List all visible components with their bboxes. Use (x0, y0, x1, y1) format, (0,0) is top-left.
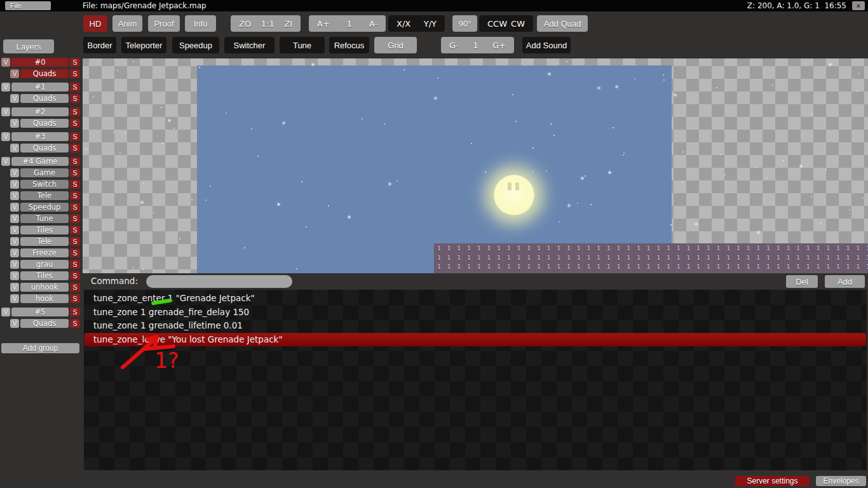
layer-visibility-toggle[interactable]: V (10, 119, 19, 128)
rotate-cw-button[interactable]: CW (511, 19, 525, 29)
group-visibility-toggle[interactable]: V (1, 132, 10, 141)
zoom-in-button[interactable]: ZI (284, 19, 292, 29)
teleporter-button[interactable]: Teleporter (121, 37, 166, 53)
group-item-label[interactable]: #1 (11, 83, 69, 92)
layer-item-label[interactable]: Quads (20, 94, 69, 103)
layer-visibility-toggle[interactable]: V (10, 94, 19, 103)
envelopes-tab-button[interactable]: Envelopes (816, 476, 866, 486)
layer-visibility-toggle[interactable]: V (10, 260, 19, 269)
speedup-button[interactable]: Speedup (172, 37, 219, 53)
layer-item-label[interactable]: Quads (20, 319, 69, 328)
map-canvas[interactable]: 1111111111111111111111111111111111111111… (83, 58, 868, 273)
layer-visibility-toggle[interactable]: V (10, 226, 19, 234)
layer-item-label[interactable]: Freeze (20, 248, 69, 257)
layer-s-button[interactable]: S (70, 214, 80, 223)
layer-visibility-toggle[interactable]: V (10, 319, 19, 328)
layer-item-label[interactable]: hook (20, 294, 69, 303)
layer-item-label[interactable]: Tiles (20, 226, 69, 234)
layer-visibility-toggle[interactable]: V (10, 214, 19, 223)
group-item-label[interactable]: #2 (11, 107, 69, 116)
layer-s-button[interactable]: S (70, 319, 80, 328)
rotate-ccw-button[interactable]: CCW (487, 19, 507, 29)
layer-item-label[interactable]: Game (20, 168, 69, 177)
command-row[interactable]: tune_zone_enter 1 "Grenade Jetpack" (85, 292, 866, 306)
command-input[interactable] (146, 275, 292, 288)
switcher-button[interactable]: Switcher (224, 37, 275, 53)
layer-s-button[interactable]: S (70, 248, 80, 257)
zoom-reset-button[interactable]: 1:1 (261, 19, 275, 29)
group-item-label[interactable]: #5 (11, 308, 69, 316)
layer-visibility-toggle[interactable]: V (10, 180, 19, 189)
border-button[interactable]: Border (83, 37, 116, 53)
group-item-label[interactable]: #4 Game (11, 157, 69, 166)
layers-panel-header[interactable]: Layers (3, 39, 54, 53)
anim-speed-increase-button[interactable]: A+ (317, 19, 330, 29)
layer-visibility-toggle[interactable]: V (10, 283, 19, 292)
rotate-90-button[interactable]: 90° (452, 15, 477, 32)
layer-item-label[interactable]: Speedup (20, 203, 69, 212)
grid-size-increase-button[interactable]: G+ (492, 41, 506, 50)
flip-x-button[interactable]: X/X (397, 19, 410, 29)
layer-visibility-toggle[interactable]: V (10, 144, 19, 152)
group-s-button[interactable]: S (70, 58, 80, 67)
add-sound-button[interactable]: Add Sound (522, 37, 571, 53)
layer-item-label[interactable]: Tiles (20, 271, 69, 280)
layer-s-button[interactable]: S (70, 180, 80, 189)
layer-item-label[interactable]: Tele (20, 237, 69, 246)
layer-s-button[interactable]: S (70, 203, 80, 212)
layer-visibility-toggle[interactable]: V (10, 294, 19, 303)
group-s-button[interactable]: S (70, 107, 80, 116)
layer-s-button[interactable]: S (70, 94, 80, 103)
layer-s-button[interactable]: S (70, 144, 80, 152)
layer-s-button[interactable]: S (70, 237, 80, 246)
layer-item-label[interactable]: Quads (20, 119, 69, 128)
refocus-button[interactable]: Refocus (329, 37, 369, 53)
layer-s-button[interactable]: S (70, 271, 80, 280)
add-command-button[interactable]: Add (825, 275, 865, 288)
layer-visibility-toggle[interactable]: V (10, 271, 19, 280)
group-visibility-toggle[interactable]: V (1, 83, 10, 92)
layer-visibility-toggle[interactable]: V (10, 203, 19, 212)
group-s-button[interactable]: S (70, 308, 80, 316)
layer-item-label[interactable]: Quads (20, 69, 69, 78)
layer-item-label[interactable]: Switch (20, 180, 69, 189)
grid-size-decrease-button[interactable]: G- (449, 41, 459, 50)
layer-s-button[interactable]: S (70, 294, 80, 303)
close-icon[interactable]: × (852, 1, 865, 10)
tune-button[interactable]: Tune (280, 37, 325, 53)
add-group-button[interactable]: Add group (1, 343, 79, 353)
layer-s-button[interactable]: S (70, 226, 80, 234)
group-item-label[interactable]: #3 (11, 132, 69, 141)
add-quad-button[interactable]: Add Quad (537, 15, 588, 32)
layer-s-button[interactable]: S (70, 119, 80, 128)
group-visibility-toggle[interactable]: V (1, 308, 10, 316)
anim-speed-decrease-button[interactable]: A- (369, 19, 377, 29)
layer-visibility-toggle[interactable]: V (10, 191, 19, 200)
proof-toggle-button[interactable]: Proof (148, 15, 180, 32)
grid-toggle-button[interactable]: Grid (374, 37, 417, 53)
group-item-label[interactable]: #0 (11, 58, 69, 67)
layer-visibility-toggle[interactable]: V (10, 248, 19, 257)
command-row[interactable]: tune_zone 1 grenade_fire_delay 150 (85, 306, 866, 320)
server-settings-tab-button[interactable]: Server settings (735, 476, 810, 486)
layer-s-button[interactable]: S (70, 191, 80, 200)
group-s-button[interactable]: S (70, 132, 80, 141)
zoom-out-button[interactable]: ZO (239, 19, 251, 29)
layer-visibility-toggle[interactable]: V (10, 168, 19, 177)
group-visibility-toggle[interactable]: V (1, 58, 10, 67)
anim-toggle-button[interactable]: Anim (112, 15, 142, 32)
group-visibility-toggle[interactable]: V (1, 157, 10, 166)
layer-s-button[interactable]: S (70, 283, 80, 292)
group-s-button[interactable]: S (70, 83, 80, 92)
layer-s-button[interactable]: S (70, 168, 80, 177)
layer-visibility-toggle[interactable]: V (10, 237, 19, 246)
layer-s-button[interactable]: S (70, 260, 80, 269)
layer-s-button[interactable]: S (70, 69, 80, 78)
group-s-button[interactable]: S (70, 157, 80, 166)
group-visibility-toggle[interactable]: V (1, 107, 10, 116)
hd-toggle-button[interactable]: HD (83, 15, 107, 32)
layer-item-label[interactable]: Tune (20, 214, 69, 223)
command-row[interactable]: tune_zone 1 grenade_lifetime 0.01 (85, 319, 866, 333)
delete-command-button[interactable]: Del (786, 275, 818, 288)
layer-item-label[interactable]: Quads (20, 144, 69, 152)
